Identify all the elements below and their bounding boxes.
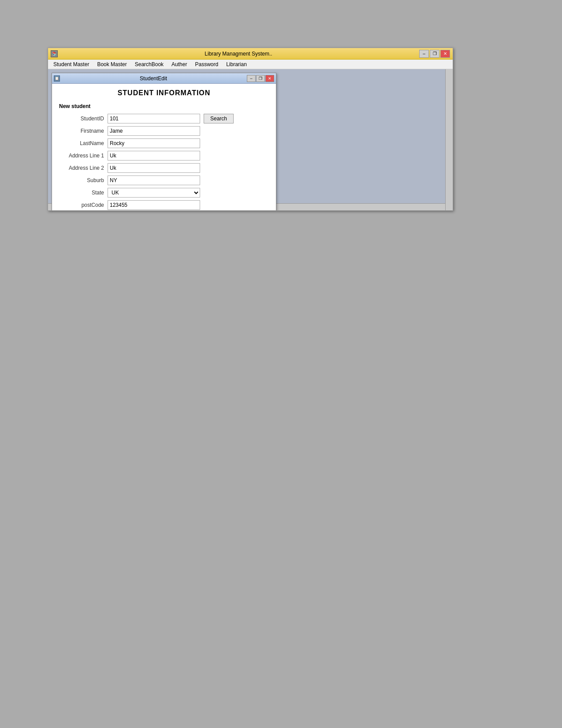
app-window-controls: – ❐ ✕	[419, 50, 450, 58]
menu-password[interactable]: Password	[191, 60, 222, 68]
state-label: State	[59, 190, 108, 196]
student-id-input[interactable]	[108, 114, 200, 123]
scrollbar-up-arrow[interactable]: ▲	[446, 69, 453, 76]
search-button[interactable]: Search	[204, 114, 234, 123]
desktop: 📚 Library Managment System.. – ❐ ✕ Stude…	[0, 0, 562, 728]
menu-librarian[interactable]: Librarian	[223, 60, 250, 68]
app-window: 📚 Library Managment System.. – ❐ ✕ Stude…	[48, 48, 453, 211]
menu-book-master[interactable]: Book Master	[93, 60, 130, 68]
dialog-maximize-button[interactable]: ❐	[256, 75, 265, 82]
app-icon: 📚	[51, 50, 58, 57]
menu-auther[interactable]: Auther	[168, 60, 190, 68]
dialog-minimize-button[interactable]: –	[247, 75, 256, 82]
suburb-input[interactable]	[108, 175, 200, 185]
firstname-row: Firstname	[59, 126, 269, 136]
suburb-row: Suburb	[59, 175, 269, 185]
menu-bar: Student Master Book Master SearchBook Au…	[48, 60, 453, 69]
student-edit-dialog: 📋 StudentEdit – ❐ ✕ STUDENT INFORMATION …	[52, 73, 276, 210]
app-titlebar: 📚 Library Managment System.. – ❐ ✕	[48, 48, 453, 60]
dialog-title: StudentEdit	[60, 75, 247, 82]
firstname-input[interactable]	[108, 126, 200, 136]
address2-row: Address Line 2	[59, 163, 269, 173]
student-id-label: StudentID	[59, 116, 108, 122]
lastname-row: LastName	[59, 138, 269, 148]
lastname-label: LastName	[59, 140, 108, 146]
menu-searchbook[interactable]: SearchBook	[131, 60, 167, 68]
menu-student-master[interactable]: Student Master	[50, 60, 93, 68]
student-id-row: StudentID Search	[59, 114, 269, 123]
form-section-label: New student	[59, 103, 269, 109]
state-select[interactable]: UK US AU CA	[108, 188, 200, 198]
address1-label: Address Line 1	[59, 153, 108, 159]
close-button[interactable]: ✕	[440, 50, 450, 58]
address1-input[interactable]	[108, 151, 200, 161]
dialog-close-button[interactable]: ✕	[265, 75, 274, 82]
address2-label: Address Line 2	[59, 165, 108, 171]
minimize-button[interactable]: –	[419, 50, 429, 58]
suburb-label: Suburb	[59, 177, 108, 183]
lastname-input[interactable]	[108, 138, 200, 148]
app-content: ▲ ▼ 📋 StudentEdit – ❐ ✕	[48, 69, 453, 210]
state-row: State UK US AU CA	[59, 188, 269, 198]
dialog-controls: – ❐ ✕	[247, 75, 274, 82]
maximize-button[interactable]: ❐	[430, 50, 439, 58]
postcode-label: postCode	[59, 202, 108, 208]
app-title: Library Managment System..	[58, 51, 419, 57]
scrollbar-down-arrow[interactable]: ▼	[446, 196, 453, 203]
dialog-titlebar: 📋 StudentEdit – ❐ ✕	[52, 73, 276, 84]
dialog-icon: 📋	[54, 75, 60, 82]
postcode-input[interactable]	[108, 200, 200, 210]
form-content: STUDENT INFORMATION New student StudentI…	[52, 84, 276, 210]
address2-input[interactable]	[108, 163, 200, 173]
postcode-row: postCode	[59, 200, 269, 210]
firstname-label: Firstname	[59, 128, 108, 134]
form-main-title: STUDENT INFORMATION	[59, 89, 269, 97]
address1-row: Address Line 1	[59, 151, 269, 161]
